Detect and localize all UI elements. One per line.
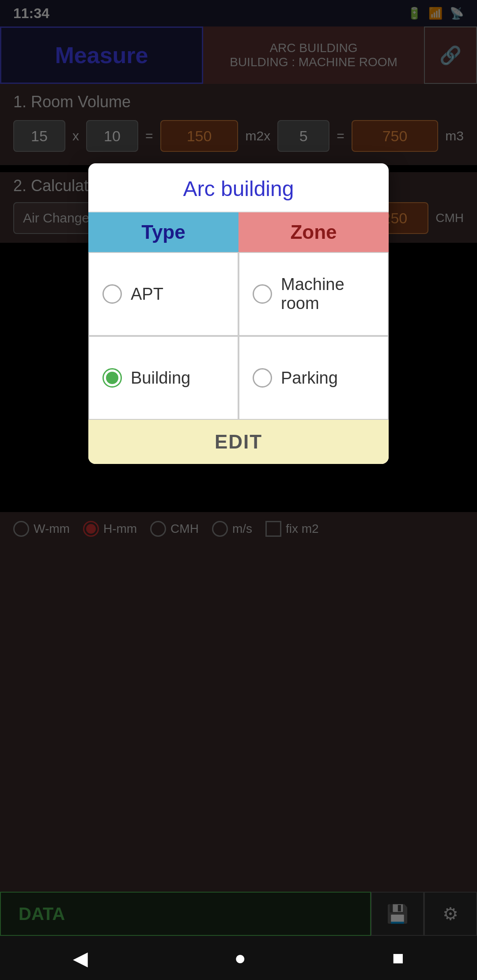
modal-tabs: Type Zone xyxy=(88,212,389,252)
modal-overlay: Arc building Type Zone APT Machine room xyxy=(0,0,477,980)
modal-dialog: Arc building Type Zone APT Machine room xyxy=(88,163,389,464)
option-machine-room-label: Machine room xyxy=(281,275,375,313)
nav-home-button[interactable]: ● xyxy=(234,947,246,969)
tab-type-label: Type xyxy=(141,221,185,243)
modal-options-grid: APT Machine room Building Parking xyxy=(88,252,389,420)
nav-bar: ◀ ● ■ xyxy=(0,936,477,980)
nav-recent-button[interactable]: ■ xyxy=(392,947,404,969)
edit-button[interactable]: EDIT xyxy=(88,420,389,464)
option-building-label: Building xyxy=(131,369,190,388)
tab-zone[interactable]: Zone xyxy=(238,212,389,252)
option-apt[interactable]: APT xyxy=(88,252,238,336)
radio-building xyxy=(102,368,122,388)
tab-zone-label: Zone xyxy=(290,221,337,243)
modal-title: Arc building xyxy=(102,177,375,201)
radio-machine-room xyxy=(253,284,272,304)
option-building[interactable]: Building xyxy=(88,336,238,420)
option-apt-label: APT xyxy=(131,285,163,304)
edit-button-label: EDIT xyxy=(215,431,262,453)
radio-apt xyxy=(102,284,122,304)
option-parking-label: Parking xyxy=(281,369,338,388)
modal-title-row: Arc building xyxy=(88,163,389,212)
radio-parking xyxy=(253,368,272,388)
option-parking[interactable]: Parking xyxy=(238,336,389,420)
option-machine-room[interactable]: Machine room xyxy=(238,252,389,336)
tab-type[interactable]: Type xyxy=(88,212,238,252)
nav-back-button[interactable]: ◀ xyxy=(73,947,88,969)
